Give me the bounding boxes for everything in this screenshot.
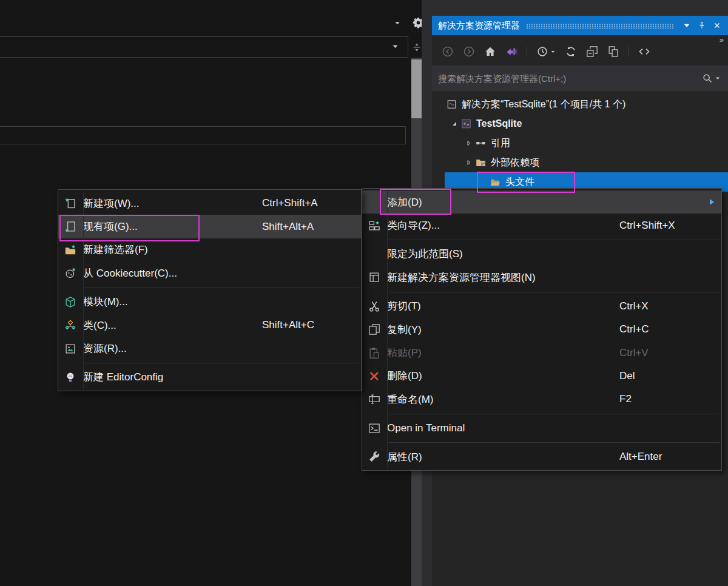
menu-item-label: 从 Cookiecutter(C)...	[83, 266, 177, 280]
menu-item-label: 新建解决方案资源管理器视图(N)	[387, 271, 536, 285]
solution-explorer-titlebar[interactable]: 解决方案资源管理器	[432, 16, 728, 35]
editorconfig-icon	[64, 371, 77, 383]
menu-item-label: 模块(M)...	[83, 295, 128, 309]
menu-item-shortcut: Shift+Alt+C	[262, 319, 361, 331]
pin-icon[interactable]	[694, 18, 709, 33]
tree-item-references[interactable]: 引用	[432, 133, 728, 153]
menu-item-open-in-terminal[interactable]: Open in Terminal	[362, 417, 721, 440]
menu-item-class-wizard[interactable]: 类向导(Z)...Ctrl+Shift+X	[362, 214, 721, 237]
chevron-down-icon[interactable]	[715, 75, 721, 81]
menu-item-label: 限定为此范围(S)	[387, 247, 463, 261]
menu-item-shortcut: Shift+Alt+A	[262, 221, 361, 233]
menu-item-shortcut: Ctrl+X	[619, 300, 721, 312]
sync-active-document-icon[interactable]	[505, 45, 517, 58]
scissors-icon	[368, 300, 381, 312]
menu-item-new-item[interactable]: 新建项(W)...Ctrl+Shift+A	[58, 192, 361, 215]
back-icon[interactable]	[442, 45, 454, 58]
new-view-icon	[368, 271, 381, 283]
editor-collapsed-bar-top	[0, 36, 408, 58]
chevron-down-icon[interactable]	[391, 42, 399, 50]
menu-separator	[388, 442, 720, 443]
window-position-chevron-icon[interactable]	[679, 18, 694, 33]
annotation-box-existing-item	[59, 215, 200, 241]
menu-item-label: 剪切(T)	[387, 299, 421, 313]
refresh-icon[interactable]	[565, 45, 577, 58]
vs-window: 解决方案资源管理器 » 解决方案“TestSqlite”(1 个项目/共 1 个…	[0, 0, 728, 586]
menu-item-shortcut: F2	[619, 393, 721, 405]
terminal-icon	[368, 422, 381, 434]
menu-item-copy[interactable]: 复制(Y)Ctrl+C	[362, 318, 721, 341]
preview-selected-icon[interactable]	[607, 45, 619, 58]
tree-item-solution[interactable]: 解决方案“TestSqlite”(1 个项目/共 1 个)	[432, 95, 728, 114]
menu-item-label: 重命名(M)	[387, 392, 433, 406]
menu-item-label: 删除(D)	[387, 369, 422, 383]
collapse-all-icon[interactable]	[586, 45, 598, 58]
new-filter-icon	[64, 244, 77, 256]
chevron-down-icon[interactable]	[393, 19, 402, 27]
menu-item-shortcut: Del	[619, 370, 721, 382]
annotation-box-add	[380, 189, 451, 215]
module-icon	[64, 296, 77, 308]
menu-item-shortcut: Alt+Enter	[619, 451, 721, 463]
menu-item-shortcut: Ctrl+V	[619, 347, 721, 359]
solution-icon	[446, 99, 457, 110]
folder-deps-icon	[475, 157, 487, 168]
expander-collapsed-icon[interactable]	[463, 158, 474, 167]
menu-item-new-editorconfig[interactable]: 新建 EditorConfig	[58, 366, 361, 389]
toolbar-separator	[629, 46, 629, 57]
tree-item-label: 引用	[491, 137, 510, 150]
scrollbar-split-handle[interactable]	[412, 40, 422, 55]
search-icon[interactable]	[702, 73, 713, 84]
menu-item-new-filter[interactable]: 新建筛选器(F)	[58, 238, 361, 261]
menu-item-cut[interactable]: 剪切(T)Ctrl+X	[362, 295, 721, 318]
submenu-arrow-icon	[710, 199, 714, 205]
menu-separator	[388, 414, 720, 414]
menu-item-new-solution-explorer-view[interactable]: 新建解决方案资源管理器视图(N)	[362, 266, 721, 289]
paste-icon	[368, 347, 381, 359]
menu-item-delete[interactable]: 删除(D)Del	[362, 365, 721, 388]
menu-item-rename[interactable]: 重命名(M)F2	[362, 388, 721, 411]
menu-separator	[84, 288, 359, 288]
menu-item-paste[interactable]: 粘贴(P)Ctrl+V	[362, 341, 721, 364]
tree-item-label: 外部依赖项	[491, 157, 539, 169]
menu-item-label: 新建项(W)...	[83, 197, 140, 210]
menu-item-label: 属性(R)	[387, 450, 422, 464]
menu-item-module[interactable]: 模块(M)...	[58, 291, 361, 314]
new-item-icon	[64, 197, 77, 209]
view-code-icon[interactable]	[638, 45, 650, 58]
panel-title: 解决方案资源管理器	[438, 20, 520, 32]
menu-item-from-cookiecutter[interactable]: 从 Cookiecutter(C)...	[58, 261, 361, 285]
scrollbar-thumb[interactable]	[411, 59, 422, 118]
menu-item-shortcut: Ctrl+Shift+X	[619, 220, 721, 232]
expander-spacer	[434, 99, 445, 109]
tree-item-label: 解决方案“TestSqlite”(1 个项目/共 1 个)	[462, 98, 625, 111]
annotation-box-header-files	[477, 172, 575, 193]
menu-item-resource[interactable]: 资源(R)...	[58, 337, 361, 360]
expander-expanded-icon[interactable]	[449, 119, 460, 129]
search-input[interactable]	[432, 73, 702, 84]
pending-changes-icon[interactable]	[536, 45, 556, 58]
tree-item-external-dependencies[interactable]: 外部依赖项	[432, 153, 728, 172]
menu-separator	[84, 363, 359, 363]
forward-icon[interactable]	[463, 45, 475, 58]
menu-separator	[388, 292, 720, 292]
titlebar-drag-texture	[526, 24, 674, 29]
toolbar-overflow-chevron[interactable]: »	[720, 35, 723, 44]
menu-item-label: 类(C)...	[83, 318, 116, 332]
menu-item-label: 粘贴(P)	[387, 346, 422, 360]
menu-item-shortcut: Ctrl+Shift+A	[262, 197, 361, 209]
menu-item-label: 类向导(Z)...	[387, 218, 440, 232]
tree-item-label: TestSqlite	[476, 118, 522, 129]
class-icon	[64, 319, 77, 331]
expander-collapsed-icon[interactable]	[463, 138, 474, 148]
home-icon[interactable]	[484, 45, 496, 58]
tree-item-project-testsqlite[interactable]: TestSqlite	[432, 114, 728, 133]
menu-item-class[interactable]: 类(C)...Shift+Alt+C	[58, 314, 361, 337]
chevron-down-icon	[550, 49, 556, 55]
close-icon[interactable]	[709, 18, 724, 33]
menu-item-properties[interactable]: 属性(R)Alt+Enter	[362, 445, 721, 468]
wrench-icon	[368, 451, 381, 463]
references-icon	[475, 138, 487, 149]
context-menu: 添加(D)类向导(Z)...Ctrl+Shift+X限定为此范围(S)新建解决方…	[362, 188, 722, 471]
menu-item-scope-to-this[interactable]: 限定为此范围(S)	[362, 243, 721, 266]
